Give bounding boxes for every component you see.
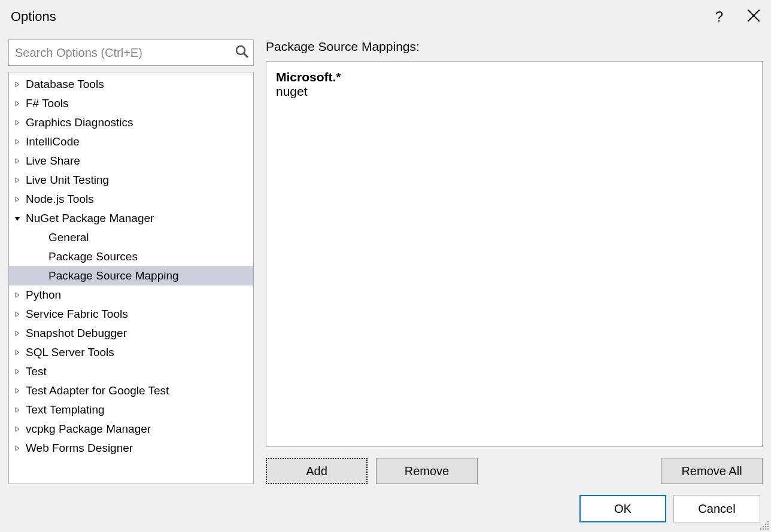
tree-item[interactable]: Text Templating bbox=[9, 400, 253, 419]
chevron-right-icon[interactable] bbox=[13, 388, 22, 394]
svg-marker-9 bbox=[16, 178, 19, 183]
tree-item[interactable]: Node.js Tools bbox=[9, 190, 253, 209]
svg-marker-20 bbox=[16, 446, 19, 451]
options-tree[interactable]: Database ToolsF# ToolsGraphics Diagnosti… bbox=[9, 72, 253, 484]
resize-grip[interactable] bbox=[759, 520, 770, 531]
chevron-right-icon[interactable] bbox=[13, 120, 22, 126]
close-button[interactable] bbox=[747, 9, 760, 25]
tree-item[interactable]: Live Unit Testing bbox=[9, 171, 253, 190]
tree-item-label: Python bbox=[26, 288, 61, 302]
mapping-source: nuget bbox=[276, 84, 752, 99]
svg-marker-15 bbox=[16, 350, 19, 355]
chevron-right-icon[interactable] bbox=[13, 196, 22, 202]
tree-item[interactable]: Database Tools bbox=[9, 75, 253, 94]
tree-item-label: SQL Server Tools bbox=[26, 346, 114, 359]
tree-item-label: Text Templating bbox=[26, 403, 105, 417]
action-buttons: Add Remove Remove All bbox=[266, 458, 763, 484]
tree-item-label: vcpkg Package Manager bbox=[26, 422, 151, 436]
chevron-right-icon[interactable] bbox=[13, 426, 22, 432]
svg-marker-18 bbox=[16, 408, 19, 412]
chevron-right-icon[interactable] bbox=[13, 158, 22, 164]
button-spacer bbox=[486, 458, 652, 484]
svg-point-26 bbox=[767, 526, 769, 527]
right-panel: Package Source Mappings: Microsoft.* nug… bbox=[266, 39, 763, 484]
tree-item[interactable]: Package Source Mapping bbox=[9, 266, 253, 285]
left-panel: Database ToolsF# ToolsGraphics Diagnosti… bbox=[8, 39, 254, 484]
tree-item[interactable]: Service Fabric Tools bbox=[9, 305, 253, 324]
chevron-right-icon[interactable] bbox=[13, 369, 22, 375]
chevron-down-icon[interactable] bbox=[13, 215, 22, 221]
tree-item[interactable]: SQL Server Tools bbox=[9, 343, 253, 362]
svg-marker-19 bbox=[16, 427, 19, 431]
svg-marker-12 bbox=[16, 293, 19, 297]
tree-item-label: Test Adapter for Google Test bbox=[26, 384, 169, 397]
svg-point-28 bbox=[763, 528, 764, 530]
help-button[interactable]: ? bbox=[715, 8, 723, 25]
tree-item[interactable]: Graphics Diagnostics bbox=[9, 113, 253, 132]
tree-item[interactable]: Package Sources bbox=[9, 247, 253, 266]
chevron-right-icon[interactable] bbox=[13, 101, 22, 107]
tree-item-label: IntelliCode bbox=[26, 135, 80, 148]
svg-marker-6 bbox=[16, 120, 19, 125]
add-button[interactable]: Add bbox=[266, 458, 368, 484]
svg-marker-17 bbox=[16, 388, 19, 393]
tree-item-label: Package Source Mapping bbox=[48, 269, 179, 282]
tree-item-label: Node.js Tools bbox=[26, 193, 94, 206]
tree-item[interactable]: Python bbox=[9, 285, 253, 305]
chevron-right-icon[interactable] bbox=[13, 349, 22, 355]
tree-item[interactable]: Test bbox=[9, 362, 253, 381]
tree-item[interactable]: IntelliCode bbox=[9, 132, 253, 151]
options-tree-container: Database ToolsF# ToolsGraphics Diagnosti… bbox=[8, 72, 254, 484]
svg-point-30 bbox=[767, 528, 769, 530]
content-area: Database ToolsF# ToolsGraphics Diagnosti… bbox=[0, 34, 771, 484]
dialog-footer: OK Cancel bbox=[579, 495, 760, 522]
chevron-right-icon[interactable] bbox=[13, 81, 22, 87]
tree-item-label: Service Fabric Tools bbox=[26, 308, 128, 321]
cancel-button[interactable]: Cancel bbox=[673, 495, 760, 522]
tree-item[interactable]: Test Adapter for Google Test bbox=[9, 381, 253, 400]
svg-point-25 bbox=[765, 526, 766, 527]
tree-item[interactable]: Snapshot Debugger bbox=[9, 324, 253, 343]
svg-point-21 bbox=[767, 521, 769, 522]
tree-item[interactable]: F# Tools bbox=[9, 94, 253, 113]
tree-item-label: Test bbox=[26, 365, 47, 378]
chevron-right-icon[interactable] bbox=[13, 330, 22, 336]
svg-marker-14 bbox=[16, 331, 19, 336]
window-title: Options bbox=[11, 9, 56, 25]
tree-item-label: Graphics Diagnostics bbox=[26, 116, 133, 129]
ok-button[interactable]: OK bbox=[579, 495, 666, 522]
svg-marker-13 bbox=[16, 312, 19, 317]
chevron-right-icon[interactable] bbox=[13, 139, 22, 145]
tree-item[interactable]: Web Forms Designer bbox=[9, 439, 253, 458]
chevron-right-icon[interactable] bbox=[13, 445, 22, 451]
svg-point-27 bbox=[760, 528, 761, 530]
chevron-right-icon[interactable] bbox=[13, 311, 22, 317]
tree-item[interactable]: Live Share bbox=[9, 151, 253, 171]
remove-all-button[interactable]: Remove All bbox=[661, 458, 763, 484]
tree-item-label: General bbox=[48, 231, 89, 244]
tree-item[interactable]: NuGet Package Manager bbox=[9, 209, 253, 228]
close-icon bbox=[747, 11, 760, 25]
svg-marker-11 bbox=[15, 217, 20, 221]
svg-marker-5 bbox=[16, 101, 19, 106]
svg-point-23 bbox=[767, 524, 769, 525]
chevron-right-icon[interactable] bbox=[13, 177, 22, 183]
remove-button[interactable]: Remove bbox=[376, 458, 478, 484]
svg-point-22 bbox=[765, 524, 766, 525]
mappings-heading: Package Source Mappings: bbox=[266, 39, 763, 54]
svg-point-29 bbox=[765, 528, 766, 530]
search-box bbox=[8, 39, 254, 66]
chevron-right-icon[interactable] bbox=[13, 407, 22, 413]
svg-marker-8 bbox=[16, 159, 19, 163]
svg-marker-16 bbox=[16, 369, 19, 374]
search-input[interactable] bbox=[8, 39, 254, 66]
tree-item[interactable]: vcpkg Package Manager bbox=[9, 419, 253, 439]
mapping-entry[interactable]: Microsoft.* nuget bbox=[276, 70, 752, 99]
svg-marker-7 bbox=[16, 139, 19, 144]
tree-item-label: NuGet Package Manager bbox=[26, 212, 154, 225]
chevron-right-icon[interactable] bbox=[13, 292, 22, 298]
mapping-pattern: Microsoft.* bbox=[276, 70, 752, 84]
mappings-list[interactable]: Microsoft.* nuget bbox=[266, 61, 763, 447]
svg-marker-4 bbox=[16, 82, 19, 87]
tree-item[interactable]: General bbox=[9, 228, 253, 247]
